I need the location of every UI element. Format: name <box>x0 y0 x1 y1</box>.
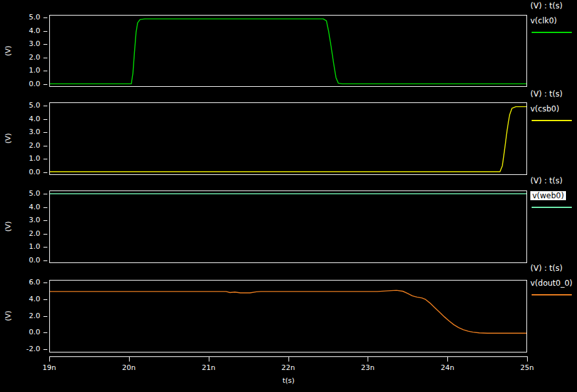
time-tick-label: 23n <box>353 363 382 372</box>
trace-dout0_0[interactable] <box>50 290 526 333</box>
y-tick-mark <box>43 332 47 333</box>
y-axis-title-dout0_0: (V) <box>4 310 12 321</box>
y-tick-mark <box>43 132 47 133</box>
legend-color-sample-web0 <box>532 207 572 208</box>
time-tick-mark <box>288 356 289 362</box>
time-tick-mark <box>129 356 130 362</box>
legend-signal-name-clk0[interactable]: v(clk0) <box>530 16 557 25</box>
waveform-viewer-window: 5.04.03.02.01.00.0(V)(V) : t(s)v(clk0)5.… <box>0 0 577 392</box>
y-tick-mark <box>43 220 47 221</box>
y-tick-mark <box>43 84 47 85</box>
y-tick-mark <box>43 299 47 300</box>
legend-axes-header-dout0_0: (V) : t(s) <box>530 264 563 273</box>
y-tick-mark <box>43 146 47 146</box>
waveform-plot-clk0[interactable] <box>49 15 527 87</box>
legend-axes-header-clk0: (V) : t(s) <box>530 1 563 10</box>
y-tick-label-csb0: 0.0 <box>0 168 40 176</box>
y-tick-label-dout0_0: -2.0 <box>0 345 40 353</box>
y-tick-mark <box>43 349 47 350</box>
trace-csb0[interactable] <box>50 107 526 172</box>
y-tick-mark <box>43 44 47 45</box>
time-tick-mark <box>368 356 368 362</box>
y-tick-label-web0: 4.0 <box>0 203 40 211</box>
y-axis-title-web0: (V) <box>4 221 12 231</box>
y-axis-title-csb0: (V) <box>4 133 12 143</box>
y-tick-mark <box>43 159 47 159</box>
waveform-plot-web0[interactable] <box>49 190 527 263</box>
time-tick-label: 24n <box>433 363 462 372</box>
y-tick-mark <box>43 172 47 173</box>
y-tick-mark <box>43 31 47 32</box>
y-tick-mark <box>43 106 47 106</box>
time-tick-mark <box>209 356 209 362</box>
y-tick-mark <box>43 282 47 283</box>
legend-axes-header-web0: (V) : t(s) <box>530 176 563 185</box>
time-tick-label: 25n <box>513 363 541 372</box>
time-tick-label: 22n <box>274 363 303 372</box>
time-tick-mark <box>49 356 50 362</box>
y-tick-mark <box>43 234 47 235</box>
y-tick-mark <box>43 207 47 208</box>
legend-signal-name-dout0_0[interactable]: v(dout0_0) <box>530 279 572 288</box>
y-tick-mark <box>43 247 47 248</box>
y-tick-label-web0: 5.0 <box>0 189 40 198</box>
waveform-plot-csb0[interactable] <box>49 102 527 175</box>
y-tick-label-dout0_0: 4.0 <box>0 295 40 303</box>
y-tick-mark <box>43 316 47 317</box>
y-tick-mark <box>43 260 47 261</box>
time-tick-mark <box>447 356 448 362</box>
y-tick-label-clk0: 1.0 <box>0 66 40 75</box>
legend-axes-header-csb0: (V) : t(s) <box>530 89 563 98</box>
y-tick-label-web0: 0.0 <box>0 256 40 264</box>
time-tick-label: 20n <box>115 363 143 372</box>
legend-color-sample-clk0 <box>532 32 572 33</box>
y-tick-label-dout0_0: 6.0 <box>0 278 40 286</box>
time-axis-title: t(s) <box>274 376 303 385</box>
y-axis-title-clk0: (V) <box>4 45 12 56</box>
y-tick-label-csb0: 4.0 <box>0 115 40 123</box>
y-tick-label-dout0_0: 0.0 <box>0 328 40 336</box>
y-tick-label-clk0: 0.0 <box>0 80 40 88</box>
time-tick-mark <box>527 356 528 362</box>
y-tick-label-csb0: 5.0 <box>0 101 40 110</box>
legend-color-sample-csb0 <box>532 120 572 121</box>
y-tick-mark <box>43 58 47 58</box>
y-tick-label-csb0: 1.0 <box>0 154 40 163</box>
y-tick-mark <box>43 194 47 194</box>
y-tick-label-web0: 1.0 <box>0 242 40 251</box>
y-tick-mark <box>43 17 47 18</box>
y-tick-label-clk0: 4.0 <box>0 27 40 35</box>
y-tick-label-clk0: 5.0 <box>0 13 40 21</box>
legend-signal-name-csb0[interactable]: v(csb0) <box>530 104 559 113</box>
time-tick-label: 19n <box>35 363 64 372</box>
legend-color-sample-dout0_0 <box>532 294 572 295</box>
legend-signal-name-web0[interactable]: v(web0) <box>530 191 566 200</box>
time-tick-label: 21n <box>194 363 223 372</box>
trace-clk0[interactable] <box>50 19 526 84</box>
waveform-plot-dout0_0[interactable] <box>49 280 527 352</box>
y-tick-mark <box>43 119 47 120</box>
y-tick-mark <box>43 71 47 71</box>
